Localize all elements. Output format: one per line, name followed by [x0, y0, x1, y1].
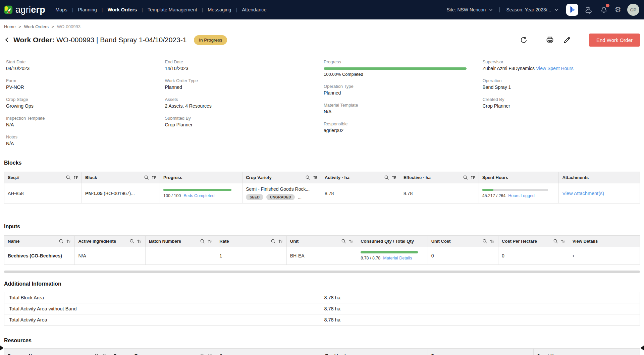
- resources-heading: Resources: [4, 338, 640, 344]
- menu-item-messaging[interactable]: Messaging: [208, 7, 231, 12]
- cell-consumed-qty: 8.78 / 8.78Material Details: [357, 247, 428, 264]
- search-icon[interactable]: [129, 239, 135, 244]
- col-header-company: Company: [216, 349, 322, 355]
- sort-filter-icon[interactable]: [137, 239, 142, 244]
- navbar-right: Site: NSW Nericon | Season: Year 2023/..…: [447, 4, 639, 16]
- back-chevron-icon[interactable]: [4, 37, 10, 43]
- search-icon[interactable]: [553, 239, 558, 244]
- col-header-unit: Unit: [287, 236, 357, 247]
- col-header-cost-per-hectare: Cost Per Hectare: [498, 236, 569, 247]
- menu-item-template-management[interactable]: Template Management: [148, 7, 197, 12]
- scroll-arrow-right-edge[interactable]: [641, 345, 644, 351]
- search-icon[interactable]: [144, 175, 149, 180]
- search-icon[interactable]: [341, 239, 346, 244]
- beds-completed-link[interactable]: Beds Completed: [183, 193, 214, 198]
- blocks-table-row: AH-858 PN-1.05 (BO-001967)... 100 / 100B…: [4, 183, 640, 203]
- col-header-resource-type: Resource Type: [110, 349, 216, 355]
- edit-pencil-icon[interactable]: [563, 36, 571, 44]
- page-title: Work Order: WO-000993 | Band Spray 1-04/…: [13, 36, 186, 44]
- search-icon[interactable]: [482, 239, 487, 244]
- view-attachments-link[interactable]: View Attachment(s): [562, 191, 636, 196]
- beehives-link[interactable]: Beehives (CO-Beehives): [8, 253, 71, 258]
- end-work-order-button[interactable]: End Work Order: [589, 34, 640, 47]
- col-header-progress: Progress: [160, 172, 243, 183]
- search-icon[interactable]: [200, 239, 205, 244]
- weather-icon[interactable]: [584, 5, 593, 14]
- app-logo[interactable]: agrierp: [3, 5, 45, 15]
- dynamics365-button[interactable]: [566, 4, 578, 16]
- sort-filter-icon[interactable]: [348, 239, 354, 244]
- row-details-chevron[interactable]: ›: [573, 252, 636, 259]
- selector-separator: |: [499, 7, 500, 13]
- view-spent-hours-link[interactable]: View Spent Hours: [536, 66, 574, 71]
- menu-item-work-orders[interactable]: Work Orders: [108, 7, 137, 12]
- spent-hours-bar: [482, 189, 548, 191]
- refresh-icon[interactable]: [520, 36, 528, 44]
- details-column-2: End Date 14/10/2023 Work Order Type Plan…: [165, 59, 321, 153]
- breadcrumb-work-orders[interactable]: Work Orders: [24, 24, 49, 29]
- col-header-view-details: View Details: [569, 236, 640, 247]
- crop-more-ellipsis[interactable]: ...: [298, 195, 302, 200]
- menu-item-planning[interactable]: Planning: [78, 7, 97, 12]
- cell-unit: BH-EA: [287, 247, 357, 264]
- divider: [537, 34, 537, 46]
- season-selector[interactable]: Season: Year 2023/...: [506, 7, 558, 12]
- col-header-attachments: Attachments: [559, 172, 640, 183]
- horizontal-scrollbar[interactable]: [4, 271, 640, 273]
- material-details-link[interactable]: Material Details: [383, 256, 412, 260]
- user-avatar[interactable]: CP: [627, 4, 639, 16]
- sort-filter-icon[interactable]: [278, 239, 283, 244]
- col-header-name: Name: [4, 236, 75, 247]
- settings-gear-icon[interactable]: ⚙: [614, 6, 621, 13]
- blocks-table: Seq.# Block Progress Crop Variety Activi…: [4, 172, 640, 203]
- chevron-down-icon: [554, 8, 558, 12]
- cell-active-ingredients: N/A: [75, 247, 145, 264]
- sort-filter-icon[interactable]: [207, 239, 212, 244]
- blocks-heading: Blocks: [4, 160, 640, 166]
- sort-filter-icon[interactable]: [73, 175, 78, 180]
- menu-item-maps[interactable]: Maps: [55, 7, 67, 12]
- agrierp-logo-icon: [3, 5, 13, 15]
- col-header-res-spent-hours: Spent Hours: [534, 349, 640, 355]
- field-created-by: Created By Crop Planner: [483, 97, 638, 109]
- col-header-crop-variety: Crop Variety: [243, 172, 321, 183]
- sort-filter-icon[interactable]: [490, 239, 495, 244]
- field-responsible: Responsible agrierp02: [324, 121, 479, 133]
- search-icon[interactable]: [66, 175, 71, 180]
- resources-table-header: Resource Name Resource Type Company Trac…: [4, 349, 640, 355]
- search-icon[interactable]: [463, 175, 468, 180]
- sort-filter-icon[interactable]: [470, 175, 475, 180]
- site-selector[interactable]: Site: NSW Nericon: [447, 7, 493, 12]
- col-header-spent-hours: Spent Hours: [479, 172, 559, 183]
- hours-logged-link[interactable]: Hours Logged: [508, 193, 535, 198]
- menu-item-attendance[interactable]: Attendance: [242, 7, 266, 12]
- print-icon[interactable]: [546, 36, 554, 44]
- inputs-table-header: Name Active Ingredients Batch Numbers Ra…: [4, 236, 640, 247]
- sort-filter-icon[interactable]: [151, 175, 156, 180]
- search-icon[interactable]: [94, 353, 99, 355]
- resources-table: Resource Name Resource Type Company Trac…: [4, 348, 640, 355]
- cell-cost-per-hectare: 0: [498, 247, 569, 264]
- sort-filter-icon[interactable]: [102, 353, 107, 355]
- page-header: Work Order: WO-000993 | Band Spray 1-04/…: [4, 33, 640, 47]
- search-icon[interactable]: [59, 239, 64, 244]
- breadcrumb-home[interactable]: Home: [4, 24, 16, 29]
- field-submitted-by: Submitted By Crop Planner: [165, 116, 321, 127]
- search-icon[interactable]: [200, 353, 205, 355]
- search-icon[interactable]: [271, 239, 276, 244]
- menu-separator: |: [102, 7, 103, 12]
- sort-filter-icon[interactable]: [207, 353, 212, 355]
- scroll-arrow-left-edge[interactable]: [0, 345, 3, 351]
- sort-filter-icon[interactable]: [66, 239, 71, 244]
- notifications-button[interactable]: [599, 5, 608, 15]
- cell-crop-variety: Semi - Finished Goods Rock... SEED UNGRA…: [243, 183, 321, 203]
- field-operation-type: Operation Type Planned: [324, 84, 479, 96]
- search-icon[interactable]: [305, 175, 310, 180]
- breadcrumb-separator: >: [52, 24, 54, 29]
- sort-filter-icon[interactable]: [391, 175, 396, 180]
- col-header-tracking-log: Tracking Log: [322, 349, 428, 355]
- cell-effective-ha: 8.78: [400, 183, 479, 203]
- sort-filter-icon[interactable]: [313, 175, 318, 180]
- sort-filter-icon[interactable]: [560, 239, 566, 244]
- search-icon[interactable]: [384, 175, 389, 180]
